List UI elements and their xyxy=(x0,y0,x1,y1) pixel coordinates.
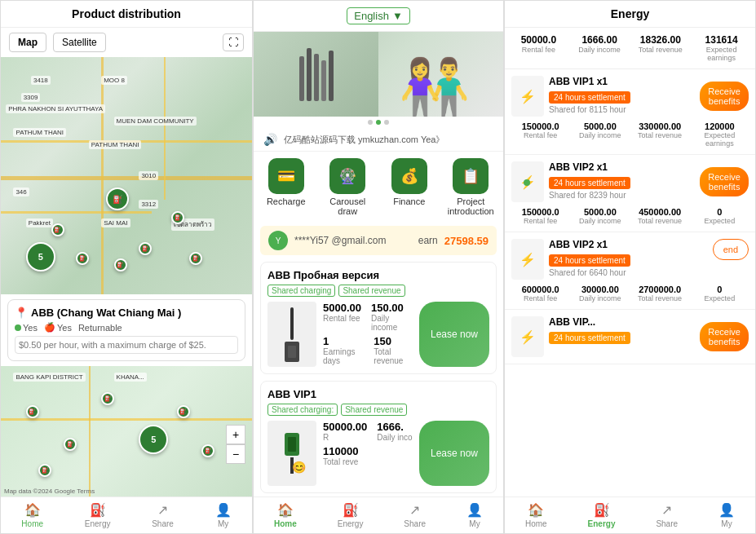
audio-icon[interactable]: 🔊 xyxy=(263,133,277,146)
panel2-bottom-nav: 🏠 Home ⛽ Energy ↗ Share 👤 My xyxy=(254,496,503,533)
energy-rental-value: 50000.0 xyxy=(521,34,556,46)
map-pin-small-2[interactable]: ⛽ xyxy=(139,242,152,255)
receive-btn-2[interactable]: Receivebenefits xyxy=(700,167,749,196)
chevron-down-icon: ▼ xyxy=(392,10,403,22)
carousel-image[interactable]: 👫 xyxy=(254,32,503,117)
carousel-person-side: 👫 xyxy=(366,32,503,117)
product-card-2: ABB VIP1 Shared charging: Shared revenue… xyxy=(260,381,497,493)
map-pin-main[interactable]: ⛽ xyxy=(106,188,129,210)
map-pin-small-6[interactable]: ⛽ xyxy=(189,252,202,265)
mini-pin-3[interactable]: ⛽ xyxy=(101,392,114,405)
map-btn-map[interactable]: Map xyxy=(9,33,46,52)
home-icon: 🏠 xyxy=(24,502,41,518)
earn-label: earn xyxy=(418,235,438,246)
mini-label-district: KHANA... xyxy=(114,373,147,382)
p3-nav-share[interactable]: ↗ Share xyxy=(656,502,678,528)
map-label-3312: 3312 xyxy=(139,200,158,209)
energy-card-1-info: ABB VIP1 x1 24 hours settlement Shared f… xyxy=(549,76,695,114)
carousel-icon: 🎡 xyxy=(329,158,365,194)
menu-recharge[interactable]: 💳 Recharge xyxy=(257,158,316,216)
nav-home[interactable]: 🏠 Home xyxy=(21,502,43,528)
nav-my[interactable]: 👤 My xyxy=(215,502,232,528)
menu-carousel[interactable]: 🎡 Carouseldraw xyxy=(319,158,378,216)
receive-btn-4[interactable]: Receivebenefits xyxy=(700,322,749,351)
energy-rental-label: Rental fee xyxy=(522,46,555,54)
tag-returnable: Returnable xyxy=(78,322,122,333)
stat-daily-1: 150.00 Daily income xyxy=(371,302,413,332)
nav-share[interactable]: ↗ Share xyxy=(152,502,174,528)
dot-1 xyxy=(368,120,373,125)
energy-card-1-title: ABB VIP1 x1 xyxy=(549,76,695,87)
mini-pin-6[interactable]: ⛽ xyxy=(38,464,51,477)
mini-cluster[interactable]: 5 xyxy=(139,425,168,454)
menu-project[interactable]: 📋 Projectintroduction xyxy=(442,158,501,216)
map-label-phra: PHRA NAKHON SI AYUTTHAYA xyxy=(6,104,105,113)
e-stat-3-total: 2700000.0 Total revenue xyxy=(631,285,689,302)
mini-pin-2[interactable]: ⛽ xyxy=(64,438,77,451)
panel-home: English ▼ 👫 xyxy=(253,0,504,534)
map-label-3: 3309 xyxy=(21,93,41,102)
product-stats-2b: 110000 Total reve xyxy=(323,445,413,466)
e-stat-1-daily: 5000.00 Daily income xyxy=(571,121,629,148)
zoom-in-btn[interactable]: + xyxy=(226,425,245,444)
location-tags: Yes 🍎 Yes Returnable xyxy=(15,322,238,333)
earn-amount: 27598.59 xyxy=(444,235,489,247)
mini-pin-4[interactable]: ⛽ xyxy=(177,405,190,418)
product-tag-1a: Shared charging xyxy=(267,285,335,297)
p3-nav-energy[interactable]: ⛽ Energy xyxy=(588,502,616,528)
location-pin-icon: 📍 xyxy=(15,307,28,319)
product-details-2: 50000.00 R 1666. Daily inco 110000 Total… xyxy=(323,421,413,486)
map-btn-satellite[interactable]: Satellite xyxy=(53,33,106,52)
receive-btn-1[interactable]: Receivebenefits xyxy=(700,82,749,111)
nav-energy-label: Energy xyxy=(85,519,111,528)
map-expand-btn[interactable]: ⛶ xyxy=(223,33,244,51)
mini-pin-5[interactable]: ⛽ xyxy=(201,444,214,457)
p2-nav-home[interactable]: 🏠 Home xyxy=(274,502,297,528)
energy-stats-row-2: 150000.0 Rental fee 5000.00 Daily income… xyxy=(511,207,749,225)
menu-grid: 💳 Recharge 🎡 Carouseldraw 💰 Finance 📋 Pr… xyxy=(254,152,503,223)
map-pin-small-1[interactable]: ⛽ xyxy=(51,223,64,236)
map-label-saimai: SAI MAI xyxy=(101,218,130,227)
map-pin-small-4[interactable]: ⛽ xyxy=(76,252,89,265)
panel3-bottom-nav: 🏠 Home ⛽ Energy ↗ Share 👤 My xyxy=(505,496,755,533)
product-title-2: ABB VIP1 xyxy=(267,388,489,400)
shared-text-3: Shared for 6640 hour xyxy=(549,268,708,277)
nav-energy[interactable]: ⛽ Energy xyxy=(85,502,111,528)
map-area[interactable]: 3418 MOO 8 3309 PHRA NAKHON SI AYUTTHAYA… xyxy=(1,57,252,294)
p3-nav-home[interactable]: 🏠 Home xyxy=(525,502,547,528)
p2-nav-my[interactable]: 👤 My xyxy=(466,502,483,528)
end-btn-3[interactable]: end xyxy=(713,239,749,260)
energy-expected-value: 131614 xyxy=(705,34,738,46)
map-pin-small-5[interactable]: ⛽ xyxy=(114,258,127,271)
e-stat-1-total: 330000.00 Total revenue xyxy=(631,121,689,148)
map-mini-bg: ⛽ ⛽ ⛽ 5 ⛽ ⛽ ⛽ BANG KAPI DISTRICT KHANA..… xyxy=(1,366,252,496)
product-content-2: 😊 50000.00 R 1666. Daily inco xyxy=(267,421,489,486)
energy-stat-rental: 50000.0 Rental fee xyxy=(510,34,568,62)
zoom-out-btn[interactable]: − xyxy=(226,444,245,464)
energy-stat-total: 18326.00 Total revenue xyxy=(632,34,690,62)
map-pin-cluster[interactable]: 5 xyxy=(26,242,55,271)
lease-btn-1[interactable]: Lease now xyxy=(419,302,489,367)
audio-text: 亿码酷站源码下载 ymkuzhan.com Yea》 xyxy=(284,134,493,146)
menu-finance-label: Finance xyxy=(393,196,425,206)
map-label-1: 3418 xyxy=(31,76,51,85)
shared-text-2: Shared for 8239 hour xyxy=(549,191,695,200)
map-label-pathum: PATHUM THANI xyxy=(13,128,66,137)
product-content-1: 5000.00 Rental fee 150.00 Daily income 1… xyxy=(267,302,489,367)
p3-energy-icon: ⛽ xyxy=(594,502,610,518)
language-selector[interactable]: English ▼ xyxy=(347,7,410,24)
p2-nav-my-label: My xyxy=(469,519,480,528)
p2-nav-energy[interactable]: ⛽ Energy xyxy=(338,502,364,528)
settlement-badge-1: 24 hours settlement xyxy=(549,91,630,104)
stat-rental-2: 50000.00 R xyxy=(323,421,367,442)
energy-daily-value: 1666.00 xyxy=(581,34,617,46)
menu-finance[interactable]: 💰 Finance xyxy=(380,158,439,216)
mini-pin-1[interactable]: ⛽ xyxy=(26,405,39,418)
p2-energy-icon: ⛽ xyxy=(343,502,359,518)
lease-btn-2[interactable]: Lease now xyxy=(419,421,489,486)
charger-img-4: ⚡ xyxy=(511,316,544,357)
map-mini[interactable]: ⛽ ⛽ ⛽ 5 ⛽ ⛽ ⛽ BANG KAPI DISTRICT KHANA..… xyxy=(1,366,252,496)
panel2-content: 👫 🔊 亿码酷站源码下载 ymkuzhan.com Yea》 💳 Recharg… xyxy=(254,32,503,496)
p2-nav-share[interactable]: ↗ Share xyxy=(404,502,426,528)
p3-nav-my[interactable]: 👤 My xyxy=(718,502,735,528)
